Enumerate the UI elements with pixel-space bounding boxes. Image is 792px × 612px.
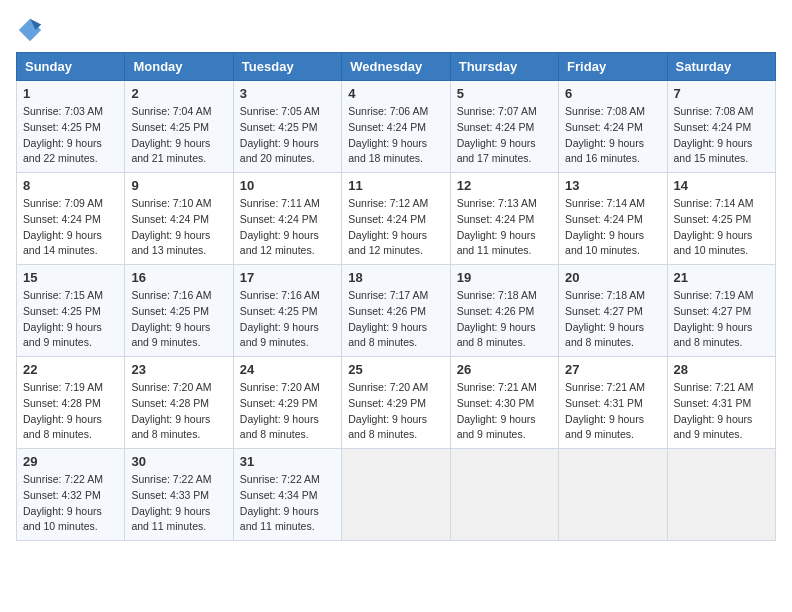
day-info: Sunrise: 7:22 AMSunset: 4:32 PMDaylight:… xyxy=(23,473,103,532)
day-info: Sunrise: 7:06 AMSunset: 4:24 PMDaylight:… xyxy=(348,105,428,164)
day-number: 13 xyxy=(565,178,660,193)
calendar-cell: 26 Sunrise: 7:21 AMSunset: 4:30 PMDaylig… xyxy=(450,357,558,449)
calendar-cell: 12 Sunrise: 7:13 AMSunset: 4:24 PMDaylig… xyxy=(450,173,558,265)
header-day-sunday: Sunday xyxy=(17,53,125,81)
day-number: 23 xyxy=(131,362,226,377)
day-number: 5 xyxy=(457,86,552,101)
calendar-cell: 2 Sunrise: 7:04 AMSunset: 4:25 PMDayligh… xyxy=(125,81,233,173)
calendar-cell: 30 Sunrise: 7:22 AMSunset: 4:33 PMDaylig… xyxy=(125,449,233,541)
calendar-cell: 14 Sunrise: 7:14 AMSunset: 4:25 PMDaylig… xyxy=(667,173,775,265)
calendar-cell: 9 Sunrise: 7:10 AMSunset: 4:24 PMDayligh… xyxy=(125,173,233,265)
calendar-cell: 6 Sunrise: 7:08 AMSunset: 4:24 PMDayligh… xyxy=(559,81,667,173)
calendar-cell: 25 Sunrise: 7:20 AMSunset: 4:29 PMDaylig… xyxy=(342,357,450,449)
day-number: 6 xyxy=(565,86,660,101)
calendar-week-4: 22 Sunrise: 7:19 AMSunset: 4:28 PMDaylig… xyxy=(17,357,776,449)
day-number: 15 xyxy=(23,270,118,285)
calendar-week-5: 29 Sunrise: 7:22 AMSunset: 4:32 PMDaylig… xyxy=(17,449,776,541)
day-number: 14 xyxy=(674,178,769,193)
day-number: 22 xyxy=(23,362,118,377)
calendar-header: SundayMondayTuesdayWednesdayThursdayFrid… xyxy=(17,53,776,81)
day-number: 11 xyxy=(348,178,443,193)
header-day-thursday: Thursday xyxy=(450,53,558,81)
calendar-cell: 1 Sunrise: 7:03 AMSunset: 4:25 PMDayligh… xyxy=(17,81,125,173)
day-info: Sunrise: 7:19 AMSunset: 4:27 PMDaylight:… xyxy=(674,289,754,348)
calendar-cell xyxy=(559,449,667,541)
day-number: 12 xyxy=(457,178,552,193)
calendar-table: SundayMondayTuesdayWednesdayThursdayFrid… xyxy=(16,52,776,541)
day-info: Sunrise: 7:16 AMSunset: 4:25 PMDaylight:… xyxy=(131,289,211,348)
calendar-cell: 11 Sunrise: 7:12 AMSunset: 4:24 PMDaylig… xyxy=(342,173,450,265)
day-info: Sunrise: 7:20 AMSunset: 4:28 PMDaylight:… xyxy=(131,381,211,440)
day-number: 9 xyxy=(131,178,226,193)
day-number: 30 xyxy=(131,454,226,469)
day-number: 27 xyxy=(565,362,660,377)
day-info: Sunrise: 7:19 AMSunset: 4:28 PMDaylight:… xyxy=(23,381,103,440)
day-info: Sunrise: 7:05 AMSunset: 4:25 PMDaylight:… xyxy=(240,105,320,164)
day-info: Sunrise: 7:08 AMSunset: 4:24 PMDaylight:… xyxy=(565,105,645,164)
header-row: SundayMondayTuesdayWednesdayThursdayFrid… xyxy=(17,53,776,81)
calendar-cell: 27 Sunrise: 7:21 AMSunset: 4:31 PMDaylig… xyxy=(559,357,667,449)
calendar-week-1: 1 Sunrise: 7:03 AMSunset: 4:25 PMDayligh… xyxy=(17,81,776,173)
calendar-cell: 23 Sunrise: 7:20 AMSunset: 4:28 PMDaylig… xyxy=(125,357,233,449)
day-number: 31 xyxy=(240,454,335,469)
calendar-body: 1 Sunrise: 7:03 AMSunset: 4:25 PMDayligh… xyxy=(17,81,776,541)
calendar-cell: 29 Sunrise: 7:22 AMSunset: 4:32 PMDaylig… xyxy=(17,449,125,541)
calendar-cell: 19 Sunrise: 7:18 AMSunset: 4:26 PMDaylig… xyxy=(450,265,558,357)
calendar-cell: 20 Sunrise: 7:18 AMSunset: 4:27 PMDaylig… xyxy=(559,265,667,357)
day-info: Sunrise: 7:20 AMSunset: 4:29 PMDaylight:… xyxy=(240,381,320,440)
calendar-cell: 15 Sunrise: 7:15 AMSunset: 4:25 PMDaylig… xyxy=(17,265,125,357)
calendar-cell: 18 Sunrise: 7:17 AMSunset: 4:26 PMDaylig… xyxy=(342,265,450,357)
day-info: Sunrise: 7:22 AMSunset: 4:34 PMDaylight:… xyxy=(240,473,320,532)
day-info: Sunrise: 7:18 AMSunset: 4:26 PMDaylight:… xyxy=(457,289,537,348)
day-info: Sunrise: 7:03 AMSunset: 4:25 PMDaylight:… xyxy=(23,105,103,164)
day-number: 8 xyxy=(23,178,118,193)
calendar-cell: 17 Sunrise: 7:16 AMSunset: 4:25 PMDaylig… xyxy=(233,265,341,357)
day-info: Sunrise: 7:17 AMSunset: 4:26 PMDaylight:… xyxy=(348,289,428,348)
day-number: 7 xyxy=(674,86,769,101)
day-number: 17 xyxy=(240,270,335,285)
header-day-wednesday: Wednesday xyxy=(342,53,450,81)
day-info: Sunrise: 7:16 AMSunset: 4:25 PMDaylight:… xyxy=(240,289,320,348)
calendar-cell xyxy=(667,449,775,541)
header-day-monday: Monday xyxy=(125,53,233,81)
day-number: 1 xyxy=(23,86,118,101)
calendar-cell: 21 Sunrise: 7:19 AMSunset: 4:27 PMDaylig… xyxy=(667,265,775,357)
calendar-cell: 4 Sunrise: 7:06 AMSunset: 4:24 PMDayligh… xyxy=(342,81,450,173)
day-info: Sunrise: 7:04 AMSunset: 4:25 PMDaylight:… xyxy=(131,105,211,164)
day-number: 19 xyxy=(457,270,552,285)
calendar-cell: 10 Sunrise: 7:11 AMSunset: 4:24 PMDaylig… xyxy=(233,173,341,265)
calendar-cell: 24 Sunrise: 7:20 AMSunset: 4:29 PMDaylig… xyxy=(233,357,341,449)
day-info: Sunrise: 7:15 AMSunset: 4:25 PMDaylight:… xyxy=(23,289,103,348)
calendar-cell: 22 Sunrise: 7:19 AMSunset: 4:28 PMDaylig… xyxy=(17,357,125,449)
day-info: Sunrise: 7:14 AMSunset: 4:24 PMDaylight:… xyxy=(565,197,645,256)
svg-marker-0 xyxy=(19,19,41,41)
day-number: 29 xyxy=(23,454,118,469)
day-number: 16 xyxy=(131,270,226,285)
day-number: 10 xyxy=(240,178,335,193)
header-day-tuesday: Tuesday xyxy=(233,53,341,81)
day-info: Sunrise: 7:21 AMSunset: 4:31 PMDaylight:… xyxy=(565,381,645,440)
day-number: 3 xyxy=(240,86,335,101)
day-number: 18 xyxy=(348,270,443,285)
header-day-friday: Friday xyxy=(559,53,667,81)
day-number: 25 xyxy=(348,362,443,377)
day-number: 2 xyxy=(131,86,226,101)
calendar-cell: 16 Sunrise: 7:16 AMSunset: 4:25 PMDaylig… xyxy=(125,265,233,357)
calendar-cell: 8 Sunrise: 7:09 AMSunset: 4:24 PMDayligh… xyxy=(17,173,125,265)
page-header xyxy=(16,16,776,44)
day-info: Sunrise: 7:08 AMSunset: 4:24 PMDaylight:… xyxy=(674,105,754,164)
day-info: Sunrise: 7:11 AMSunset: 4:24 PMDaylight:… xyxy=(240,197,320,256)
day-number: 21 xyxy=(674,270,769,285)
day-info: Sunrise: 7:10 AMSunset: 4:24 PMDaylight:… xyxy=(131,197,211,256)
day-info: Sunrise: 7:21 AMSunset: 4:30 PMDaylight:… xyxy=(457,381,537,440)
calendar-cell: 13 Sunrise: 7:14 AMSunset: 4:24 PMDaylig… xyxy=(559,173,667,265)
calendar-cell xyxy=(450,449,558,541)
logo xyxy=(16,16,48,44)
day-info: Sunrise: 7:07 AMSunset: 4:24 PMDaylight:… xyxy=(457,105,537,164)
day-number: 26 xyxy=(457,362,552,377)
day-info: Sunrise: 7:12 AMSunset: 4:24 PMDaylight:… xyxy=(348,197,428,256)
day-number: 4 xyxy=(348,86,443,101)
day-info: Sunrise: 7:18 AMSunset: 4:27 PMDaylight:… xyxy=(565,289,645,348)
day-number: 24 xyxy=(240,362,335,377)
calendar-week-3: 15 Sunrise: 7:15 AMSunset: 4:25 PMDaylig… xyxy=(17,265,776,357)
